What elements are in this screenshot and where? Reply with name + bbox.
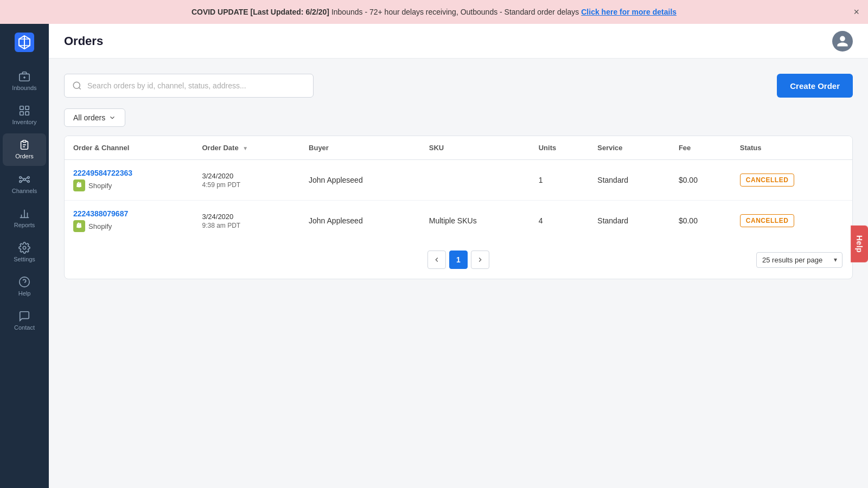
- svg-rect-12: [23, 140, 26, 143]
- svg-line-22: [22, 179, 24, 181]
- order-time-0: 4:59 pm PDT: [202, 181, 291, 189]
- col-header-buyer: Buyer: [300, 136, 420, 160]
- cell-units-1: 4: [530, 201, 589, 241]
- page-1-button[interactable]: 1: [449, 251, 468, 269]
- svg-rect-8: [20, 106, 23, 110]
- svg-line-20: [22, 177, 24, 179]
- cell-service-1: Standard: [589, 201, 670, 241]
- svg-point-17: [28, 176, 30, 178]
- svg-point-19: [28, 180, 30, 182]
- sidebar-item-channels-label: Channels: [12, 188, 37, 195]
- banner-bold: COVID UPDATE [Last Updated: 6/2/20]: [192, 8, 329, 16]
- chevron-right-icon: [476, 256, 484, 264]
- cell-status-0: CANCELLED: [731, 160, 852, 201]
- main-content: Orders Create Order: [49, 24, 868, 488]
- avatar[interactable]: [832, 31, 853, 52]
- svg-rect-11: [25, 112, 29, 115]
- pagination-controls: 1: [427, 251, 489, 269]
- col-header-units: Units: [530, 136, 589, 160]
- sidebar-item-inbounds[interactable]: Inbounds: [3, 65, 46, 97]
- sidebar-item-contact[interactable]: Contact: [3, 305, 46, 337]
- cell-buyer-0: John Appleseed: [300, 160, 420, 201]
- next-page-button[interactable]: [471, 251, 489, 269]
- toolbar: Create Order: [64, 74, 853, 98]
- prev-page-button[interactable]: [427, 251, 446, 269]
- cell-fee-0: $0.00: [670, 160, 731, 201]
- col-header-order-date[interactable]: Order Date ▼: [193, 136, 300, 160]
- date-cell-0: 3/24/2020 4:59 pm PDT: [202, 172, 291, 189]
- svg-point-29: [20, 277, 29, 287]
- shopify-icon-0: [73, 179, 85, 191]
- status-badge-0: CANCELLED: [740, 174, 795, 187]
- channel-name-1: Shopify: [88, 222, 112, 230]
- banner-message: Inbounds - 72+ hour delays receiving, Ou…: [329, 8, 581, 16]
- col-header-service: Service: [589, 136, 670, 160]
- sidebar-logo: [12, 30, 36, 54]
- sidebar-item-settings[interactable]: Settings: [3, 236, 46, 268]
- filter-row: All orders: [64, 108, 853, 127]
- shopify-icon-1: [73, 220, 85, 232]
- cell-sku-1: Multiple SKUs: [420, 201, 530, 241]
- pagination-row: 1 10 results per page25 results per page…: [65, 241, 852, 279]
- svg-point-28: [23, 246, 26, 249]
- create-order-button[interactable]: Create Order: [777, 74, 853, 98]
- covid-banner: COVID UPDATE [Last Updated: 6/2/20] Inbo…: [0, 0, 868, 24]
- table-header-row: Order & Channel Order Date ▼ Buyer SKU: [65, 136, 852, 160]
- sidebar-item-help[interactable]: Help: [3, 271, 46, 303]
- sidebar-item-inventory-label: Inventory: [12, 119, 36, 126]
- banner-text: COVID UPDATE [Last Updated: 6/2/20] Inbo…: [11, 8, 857, 16]
- sidebar-item-inventory[interactable]: Inventory: [3, 99, 46, 131]
- cell-order-channel-1: 2224388079687 Shopify: [65, 201, 193, 241]
- table-row: 22249584722363 Shopify 3/24/2020 4:59 pm…: [65, 160, 852, 201]
- cell-units-0: 1: [530, 160, 589, 201]
- cell-date-0: 3/24/2020 4:59 pm PDT: [193, 160, 300, 201]
- date-cell-1: 3/24/2020 9:38 am PDT: [202, 213, 291, 229]
- channel-name-0: Shopify: [88, 182, 112, 190]
- order-channel-1: 2224388079687 Shopify: [73, 209, 184, 232]
- sidebar-item-help-label: Help: [18, 290, 31, 297]
- cell-status-1: CANCELLED: [731, 201, 852, 241]
- content-area: Create Order All orders Order: [49, 59, 868, 488]
- orders-table: Order & Channel Order Date ▼ Buyer SKU: [65, 136, 852, 241]
- channel-wrap-1: Shopify: [73, 220, 184, 232]
- col-header-order-channel: Order & Channel: [65, 136, 193, 160]
- sort-icon: ▼: [242, 145, 248, 151]
- page-title: Orders: [64, 34, 103, 48]
- search-icon: [72, 81, 82, 91]
- cell-order-channel-0: 22249584722363 Shopify: [65, 160, 193, 201]
- order-date-0: 3/24/2020: [202, 172, 291, 180]
- sidebar-item-orders[interactable]: Orders: [3, 133, 46, 165]
- order-time-1: 9:38 am PDT: [202, 222, 291, 229]
- filter-label: All orders: [73, 113, 105, 122]
- sidebar-item-contact-label: Contact: [14, 324, 35, 331]
- status-badge-1: CANCELLED: [740, 214, 795, 227]
- per-page-wrapper: 10 results per page25 results per page50…: [756, 252, 843, 268]
- cell-buyer-1: John Appleseed: [300, 201, 420, 241]
- order-id-0[interactable]: 22249584722363: [73, 169, 184, 177]
- banner-link[interactable]: Click here for more details: [581, 8, 676, 16]
- cell-sku-0: [420, 160, 530, 201]
- banner-close-button[interactable]: ×: [853, 7, 859, 18]
- search-input[interactable]: [87, 81, 305, 90]
- svg-rect-10: [20, 112, 23, 115]
- svg-point-16: [20, 176, 22, 178]
- chevron-left-icon: [433, 256, 441, 264]
- table-row: 2224388079687 Shopify 3/24/2020 9:38 am …: [65, 201, 852, 241]
- per-page-select[interactable]: 10 results per page25 results per page50…: [756, 252, 843, 268]
- search-wrapper: [64, 74, 314, 98]
- order-channel-0: 22249584722363 Shopify: [73, 169, 184, 191]
- cell-fee-1: $0.00: [670, 201, 731, 241]
- sidebar-item-channels[interactable]: Channels: [3, 168, 46, 200]
- sidebar-item-orders-label: Orders: [15, 153, 34, 160]
- help-tab[interactable]: Help: [851, 226, 868, 262]
- svg-point-15: [23, 178, 25, 181]
- cell-service-0: Standard: [589, 160, 670, 201]
- col-header-status: Status: [731, 136, 852, 160]
- col-header-fee: Fee: [670, 136, 731, 160]
- filter-button[interactable]: All orders: [64, 108, 125, 127]
- sidebar-item-reports[interactable]: Reports: [3, 202, 46, 234]
- page-header: Orders: [49, 24, 868, 59]
- svg-rect-9: [25, 106, 29, 110]
- order-id-1[interactable]: 2224388079687: [73, 209, 184, 218]
- svg-line-32: [79, 87, 80, 89]
